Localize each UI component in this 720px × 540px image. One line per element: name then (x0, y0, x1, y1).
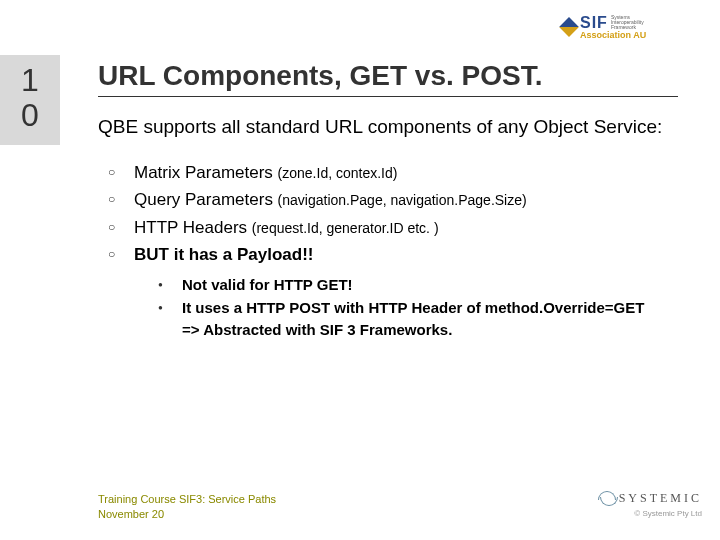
slide-title: URL Components, GET vs. POST. (98, 60, 688, 92)
slide-number-top: 1 (0, 63, 60, 98)
sif-logo: SIF Systems Interoperability Framework A… (562, 10, 702, 44)
list-item: HTTP Headers (request.Id, generator.ID e… (108, 215, 688, 241)
list-item: It uses a HTTP POST with HTTP Header of … (158, 297, 688, 341)
copyright-text: © Systemic Pty Ltd (598, 509, 702, 518)
logo-association-text: Association AU (580, 31, 646, 40)
list-item: Query Parameters (navigation.Page, navig… (108, 187, 688, 213)
logo-sif-text: SIF (580, 15, 608, 31)
systemic-logo-text: SYSTEMIC (619, 491, 702, 506)
list-item: Not valid for HTTP GET! (158, 274, 688, 296)
systemic-logo: SYSTEMIC © Systemic Pty Ltd (598, 489, 702, 518)
systemic-mark-icon (598, 489, 616, 507)
list-item: Matrix Parameters (zone.Id, contex.Id) (108, 160, 688, 186)
slide-number-badge: 1 0 (0, 55, 60, 145)
title-rule (98, 96, 678, 97)
slide-subtitle: QBE supports all standard URL components… (98, 115, 688, 140)
sub-bullet-list: Not valid for HTTP GET! It uses a HTTP P… (158, 274, 688, 341)
bullet-list: Matrix Parameters (zone.Id, contex.Id) Q… (108, 160, 688, 268)
logo-diamond-icon (559, 17, 579, 37)
slide-content: URL Components, GET vs. POST. QBE suppor… (98, 60, 688, 343)
slide-number-bottom: 0 (0, 98, 60, 133)
list-item: BUT it has a Payload!! (108, 242, 688, 268)
